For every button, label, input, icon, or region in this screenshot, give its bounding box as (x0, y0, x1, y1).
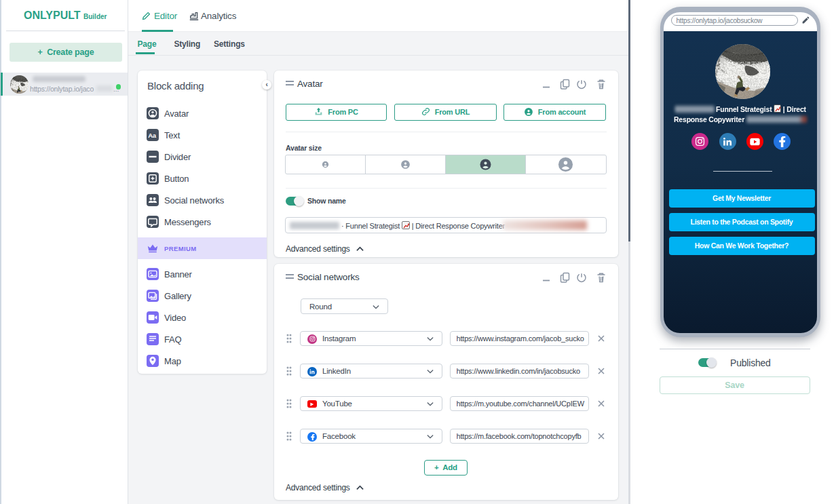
svg-text:Aa: Aa (148, 132, 157, 139)
